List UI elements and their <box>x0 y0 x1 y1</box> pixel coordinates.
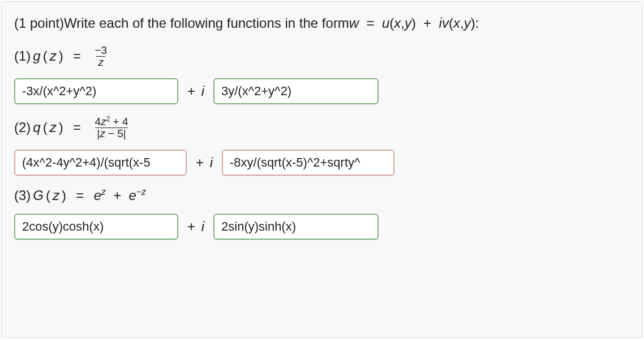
part-1-frac-den: z <box>96 56 105 68</box>
part-2-answer-row: + i <box>14 150 630 176</box>
part-1-number: (1) <box>14 48 31 64</box>
prompt-x1: x <box>394 15 401 31</box>
part-2-v-input[interactable] <box>222 150 394 176</box>
part-3-number: (3) <box>14 188 31 203</box>
prompt-plus: + <box>416 15 439 31</box>
plus-i-3: + i <box>187 219 204 235</box>
part-1-frac-num: −3 <box>93 45 109 56</box>
plus-i-2: + i <box>196 155 213 171</box>
prompt-comma1: , <box>401 15 405 31</box>
part-3-close: ) <box>62 188 66 203</box>
part-3-u-input[interactable] <box>14 214 178 240</box>
part-2-arg: z <box>50 120 57 135</box>
part-1-answer-row: + i <box>14 78 630 104</box>
part-1-fraction: −3 z <box>93 45 109 68</box>
prompt-u: u <box>382 15 389 31</box>
prompt-eq: = <box>359 15 382 31</box>
i-symbol: i <box>210 155 213 170</box>
prompt-close1: ) <box>411 15 416 31</box>
i-symbol: i <box>201 219 204 234</box>
part-1-close: ) <box>59 48 63 64</box>
prompt-colon: : <box>475 15 479 31</box>
part-1: (1) g ( z ) = −3 z + i <box>14 45 630 104</box>
part-2-fraction: 4z2 + 4 |z − 5| <box>93 116 130 139</box>
part-2-u-input[interactable] <box>14 150 187 176</box>
part-2-frac-num: 4z2 + 4 <box>93 116 130 128</box>
problem-container: (1 point) Write each of the following fu… <box>1 1 643 338</box>
points-label: (1 point) <box>14 15 64 31</box>
part-2-number: (2) <box>14 120 31 135</box>
part-1-open: ( <box>43 48 48 64</box>
plus-i-1: + i <box>187 83 204 99</box>
part-3: (3) G ( z ) = ez + e−z + i <box>14 187 630 240</box>
part-3-open: ( <box>46 188 50 203</box>
part-3-eq: = <box>68 188 92 203</box>
plus-sign: + <box>187 219 199 234</box>
prompt-y1: y <box>405 15 411 31</box>
prompt-close2: ) <box>471 15 475 31</box>
part-1-fn: g <box>33 48 40 64</box>
part-2-open: ( <box>43 120 48 135</box>
part-2: (2) q ( z ) = 4z2 + 4 |z − 5| + i <box>14 116 630 176</box>
part-3-label: (3) G ( z ) = ez + e−z <box>14 187 630 203</box>
part-3-answer-row: + i <box>14 214 630 240</box>
part-2-frac-den: |z − 5| <box>95 128 128 139</box>
part-3-rhs: ez + e−z <box>94 187 146 203</box>
prompt-v: v <box>442 15 449 31</box>
plus-sign: + <box>187 83 199 99</box>
prompt-x2: x <box>453 15 460 31</box>
part-3-v-input[interactable] <box>213 214 379 240</box>
part-3-fn: G <box>33 188 44 203</box>
prompt-w: w <box>349 15 359 31</box>
part-2-fn: q <box>33 120 40 135</box>
prompt-y2: y <box>464 15 471 31</box>
part-1-v-input[interactable] <box>213 78 379 104</box>
part-1-u-input[interactable] <box>14 78 178 104</box>
problem-prompt: (1 point) Write each of the following fu… <box>14 15 630 31</box>
part-2-label: (2) q ( z ) = 4z2 + 4 |z − 5| <box>14 116 630 139</box>
plus-sign: + <box>196 155 208 170</box>
part-3-arg: z <box>53 188 59 203</box>
part-1-label: (1) g ( z ) = −3 z <box>14 45 630 68</box>
prompt-open2: ( <box>449 15 453 31</box>
part-1-arg: z <box>50 48 57 64</box>
prompt-text: Write each of the following functions in… <box>64 15 349 31</box>
part-1-eq: = <box>66 48 89 64</box>
i-symbol: i <box>201 83 204 99</box>
part-2-eq: = <box>66 120 89 135</box>
part-2-close: ) <box>59 120 63 135</box>
prompt-comma2: , <box>460 15 464 31</box>
